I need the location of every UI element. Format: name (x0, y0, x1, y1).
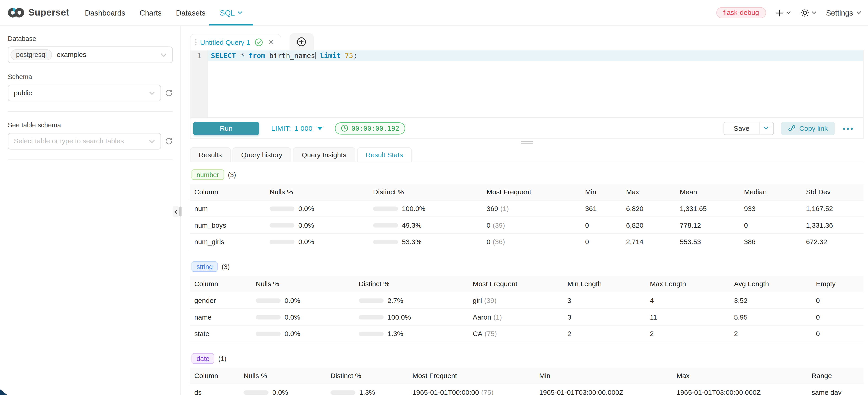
query-tab-bar: Untitled Query 1 ✕ (190, 33, 864, 50)
most-frequent-cell: 1965-01-01T00:00:00(75) (412, 388, 539, 395)
top-nav: Superset Dashboards Charts Datasets SQL … (0, 0, 868, 26)
frequent-count: (1) (493, 313, 502, 321)
superset-logo[interactable]: Superset (8, 7, 69, 18)
distinct-pct-cell: 1.3% (331, 388, 412, 395)
column-header: Nulls % (256, 280, 359, 287)
stat-value-cell: 1,167.52 (806, 205, 864, 212)
stat-value-cell: 2,714 (626, 238, 680, 245)
progress-bar-track (373, 206, 398, 211)
progress-bar-track (359, 331, 384, 336)
progress-bar-track (373, 223, 398, 227)
drag-handle-icon[interactable] (195, 39, 196, 45)
pct-value: 0.0% (299, 205, 314, 212)
tab-query-insights[interactable]: Query Insights (293, 147, 355, 162)
column-header: Most Frequent (412, 372, 539, 380)
nav-item-charts[interactable]: Charts (140, 0, 162, 25)
column-name-cell: gender (194, 297, 256, 304)
query-tab[interactable]: Untitled Query 1 ✕ (190, 34, 281, 51)
nulls-pct-cell: 0.0% (244, 388, 331, 395)
stat-value-cell: 0 (585, 221, 626, 229)
progress-bar-track (359, 298, 384, 302)
query-timer-badge: 00:00:00.192 (335, 122, 405, 134)
frequent-count: (1) (500, 205, 509, 212)
more-options-button[interactable]: ••• (843, 124, 854, 132)
database-select[interactable]: postgresql examples (8, 47, 173, 63)
stat-value-cell: 1,331.36 (806, 221, 864, 229)
tab-result-stats[interactable]: Result Stats (357, 147, 412, 162)
sql-token: ; (353, 52, 357, 60)
schema-select[interactable]: public (8, 85, 161, 101)
elapsed-time: 00:00:00.192 (351, 124, 399, 132)
new-item-button[interactable] (776, 9, 791, 17)
number-stats-section: number(3)ColumnNulls %Distinct %Most Fre… (190, 170, 864, 250)
nav-item-dashboards[interactable]: Dashboards (85, 0, 125, 25)
results-tab-bar: Results Query history Query Insights Res… (190, 147, 864, 162)
collapse-sidebar-button[interactable] (173, 206, 179, 217)
stat-value-cell: 0 (816, 330, 863, 337)
table-select[interactable]: Select table or type to search tables (8, 133, 161, 150)
stat-value-cell: 2 (650, 330, 734, 337)
limit-dropdown[interactable]: LIMIT: 1 000 (271, 124, 322, 132)
pane-resize-handle[interactable] (521, 141, 533, 144)
result-stats-panel: number(3)ColumnNulls %Distinct %Most Fre… (190, 162, 864, 395)
sql-editor[interactable]: 1 SELECT * from birth_names limit 75; (190, 50, 863, 117)
date-stats-table: ColumnNulls %Distinct %Most FrequentMinM… (190, 368, 864, 395)
stat-value-cell: 1,331.65 (680, 205, 744, 212)
stat-value-cell: 4 (650, 297, 734, 304)
pct-value: 49.3% (402, 221, 422, 229)
table-row: gender0.0%2.7%girl(39)343.520 (190, 292, 864, 309)
number-type-badge: number (191, 170, 224, 180)
column-header: Max (626, 188, 680, 196)
query-success-check-icon (255, 38, 263, 47)
link-icon (788, 125, 795, 132)
column-count: (3) (228, 171, 236, 179)
progress-bar-track (270, 223, 294, 227)
database-engine-tag: postgresql (10, 49, 52, 60)
pct-value: 100.0% (402, 205, 426, 212)
nav-item-sql[interactable]: SQL (220, 0, 243, 25)
pct-value: 0.0% (284, 297, 300, 304)
schema-value: public (14, 89, 32, 97)
copy-link-button[interactable]: Copy link (781, 122, 835, 135)
string-stats-table: ColumnNulls %Distinct %Most FrequentMin … (190, 276, 864, 342)
frequent-count: (36) (493, 238, 505, 245)
progress-bar-track (270, 206, 294, 211)
plus-circle-icon (297, 37, 306, 46)
add-query-tab-button[interactable] (289, 33, 314, 50)
superset-infinity-icon (8, 7, 25, 18)
chevron-down-icon (856, 11, 861, 14)
tab-query-history[interactable]: Query history (232, 147, 291, 162)
column-name-cell: name (194, 313, 256, 321)
save-options-caret[interactable] (759, 122, 773, 134)
save-button[interactable]: Save (724, 122, 759, 134)
stat-value-cell: 6,820 (626, 221, 680, 229)
theme-toggle-button[interactable] (801, 8, 816, 17)
frequent-value: girl (473, 297, 482, 304)
frequent-count: (75) (485, 330, 497, 337)
stat-value-cell: 2 (734, 330, 816, 337)
scrollbar-thumb[interactable] (179, 206, 182, 216)
column-header: Min Length (567, 280, 650, 287)
column-header: Distinct % (373, 188, 487, 196)
stat-value-cell: 933 (744, 205, 806, 212)
stat-value-cell: 3.52 (734, 297, 816, 304)
sql-code-line[interactable]: SELECT * from birth_names limit 75; (208, 50, 863, 61)
close-tab-icon[interactable]: ✕ (268, 39, 274, 46)
nulls-pct-cell: 0.0% (256, 297, 359, 304)
pct-value: 1.3% (359, 388, 375, 395)
tab-results[interactable]: Results (190, 147, 230, 162)
stat-value-cell: 11 (650, 313, 734, 321)
column-header: Distinct % (331, 372, 412, 380)
refresh-tables-icon[interactable] (165, 138, 173, 145)
sql-token: limit (316, 52, 345, 60)
refresh-schemas-icon[interactable] (165, 89, 173, 97)
progress-bar-track (373, 240, 398, 244)
pct-value: 2.7% (388, 297, 403, 304)
stat-value-cell: 3 (567, 313, 650, 321)
table-row: num_boys0.0%49.3%0(39)06,820778.1201,331… (190, 217, 864, 234)
column-count: (1) (218, 355, 226, 362)
settings-menu[interactable]: Settings (826, 9, 861, 17)
run-button[interactable]: Run (193, 122, 259, 135)
plus-icon (776, 9, 784, 17)
nav-item-datasets[interactable]: Datasets (176, 0, 206, 25)
